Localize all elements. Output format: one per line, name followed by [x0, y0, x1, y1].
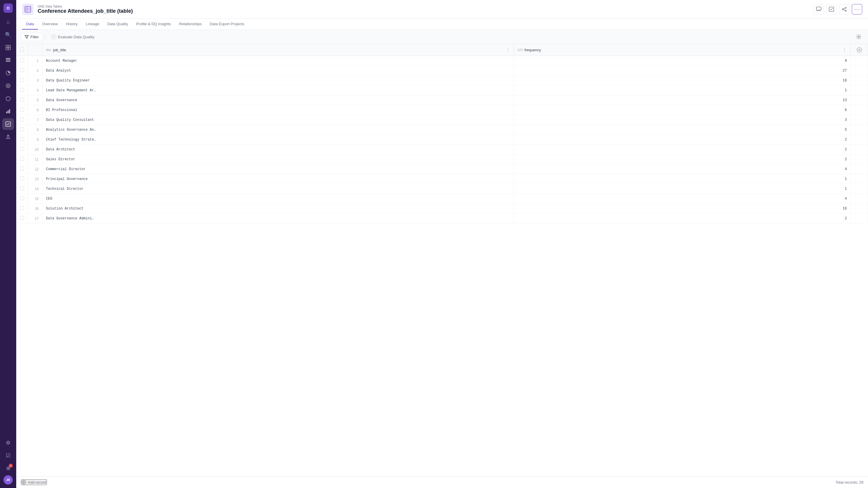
- row-checkbox[interactable]: [20, 98, 24, 102]
- row-number: 14: [28, 184, 42, 194]
- row-checkbox[interactable]: [20, 157, 24, 161]
- svg-rect-20: [816, 7, 821, 10]
- row-checkbox[interactable]: [20, 166, 24, 171]
- table-row[interactable]: 16 Solution Architect 16: [16, 204, 868, 214]
- sidebar-item-shield[interactable]: [2, 93, 14, 104]
- filter-button[interactable]: Filter: [21, 33, 42, 41]
- row-checkbox[interactable]: [20, 206, 24, 210]
- row-checkbox[interactable]: [20, 58, 24, 62]
- table-row[interactable]: 15 CEO 4: [16, 194, 868, 204]
- sidebar-item-integrations[interactable]: ⊕ 3: [2, 462, 14, 474]
- svg-rect-10: [6, 112, 7, 113]
- table-row[interactable]: 10 Data Architect 2: [16, 145, 868, 154]
- row-checkbox-cell[interactable]: [16, 154, 28, 164]
- row-checkbox[interactable]: [20, 127, 24, 131]
- select-all-checkbox[interactable]: [20, 48, 24, 52]
- job-title-cell: Data Governance: [42, 95, 514, 105]
- comment-button[interactable]: [813, 4, 824, 14]
- sidebar-item-catalog[interactable]: [2, 42, 14, 53]
- row-checkbox[interactable]: [20, 78, 24, 82]
- tab-history[interactable]: History: [62, 19, 82, 30]
- tab-relationships[interactable]: Relationships: [175, 19, 206, 30]
- row-checkbox-cell[interactable]: [16, 75, 28, 86]
- row-checkbox-cell[interactable]: [16, 66, 28, 75]
- sidebar-item-analytics[interactable]: [2, 67, 14, 79]
- sidebar-item-tasks[interactable]: ☑: [2, 450, 14, 461]
- table-row[interactable]: 13 Principal Governance 1: [16, 174, 868, 184]
- row-checkbox[interactable]: [20, 68, 24, 72]
- row-checkbox-cell[interactable]: [16, 174, 28, 184]
- sidebar-item-bar-chart[interactable]: [2, 105, 14, 117]
- job-title-cell: Commercial Director: [42, 164, 514, 174]
- sidebar-item-settings[interactable]: ⚙: [2, 437, 14, 449]
- app-logo[interactable]: O: [3, 3, 13, 13]
- tab-data-export[interactable]: Data Export Projects: [206, 19, 248, 30]
- row-checkbox-cell[interactable]: [16, 115, 28, 125]
- row-checkbox-cell[interactable]: [16, 194, 28, 204]
- table-row[interactable]: 7 Data Quality Consultant 3: [16, 115, 868, 125]
- sidebar-item-data-quality[interactable]: [2, 118, 14, 130]
- frequency-menu-icon[interactable]: ⋮: [842, 47, 847, 53]
- sidebar-item-search[interactable]: 🔍: [2, 29, 14, 40]
- tab-overview[interactable]: Overview: [38, 19, 62, 30]
- sidebar-item-tables[interactable]: [2, 55, 14, 66]
- sidebar-item-data-lab[interactable]: [2, 131, 14, 143]
- row-checkbox-cell[interactable]: [16, 164, 28, 174]
- sidebar-item-home[interactable]: ⌂: [2, 16, 14, 28]
- table-row[interactable]: 2 Data Analyst 27: [16, 66, 868, 75]
- tab-profile[interactable]: Profile & DQ insights: [132, 19, 175, 30]
- job-title-menu-icon[interactable]: ⋮: [505, 47, 510, 53]
- table-row[interactable]: 4 Lead Data Management Ar… 1: [16, 86, 868, 95]
- row-checkbox-cell[interactable]: [16, 135, 28, 145]
- row-checkbox-cell[interactable]: [16, 145, 28, 154]
- row-checkbox[interactable]: [20, 177, 24, 181]
- select-all-header[interactable]: [16, 44, 28, 56]
- row-checkbox-cell[interactable]: [16, 125, 28, 135]
- add-record-button[interactable]: Add record: [21, 479, 47, 485]
- svg-point-8: [6, 84, 10, 88]
- row-checkbox[interactable]: [20, 117, 24, 121]
- row-checkbox-cell[interactable]: [16, 214, 28, 223]
- row-checkbox-cell[interactable]: [16, 86, 28, 95]
- row-number: 17: [28, 214, 42, 223]
- tab-data-quality[interactable]: Data Quality: [103, 19, 132, 30]
- frequency-header[interactable]: 123 frequency ⋮: [514, 44, 850, 56]
- row-num-header: [28, 44, 42, 56]
- evaluate-dq-button[interactable]: Evaluate Data Quality: [48, 32, 98, 41]
- col-type-abc: Abc: [46, 48, 52, 52]
- row-checkbox-cell[interactable]: [16, 95, 28, 105]
- table-row[interactable]: 1 Account Manager 8: [16, 56, 868, 66]
- column-settings-button[interactable]: [854, 32, 863, 41]
- row-checkbox-cell[interactable]: [16, 184, 28, 194]
- task-button[interactable]: [826, 4, 837, 14]
- table-row[interactable]: 11 Sales Director 2: [16, 154, 868, 164]
- row-checkbox[interactable]: [20, 88, 24, 92]
- tab-lineage[interactable]: Lineage: [82, 19, 103, 30]
- add-column-header[interactable]: [850, 44, 868, 56]
- table-row[interactable]: 8 Analytics Governance An… 5: [16, 125, 868, 135]
- row-checkbox-cell[interactable]: [16, 56, 28, 66]
- row-checkbox[interactable]: [20, 186, 24, 190]
- tab-data[interactable]: Data: [22, 19, 38, 30]
- sidebar-item-trends[interactable]: [2, 80, 14, 92]
- row-checkbox[interactable]: [20, 137, 24, 141]
- add-column-button[interactable]: [854, 47, 864, 53]
- row-checkbox[interactable]: [20, 108, 24, 112]
- job-title-cell: Chief Technology Strate…: [42, 135, 514, 145]
- table-row[interactable]: 14 Technical Director 1: [16, 184, 868, 194]
- table-row[interactable]: 12 Commercial Director 4: [16, 164, 868, 174]
- share-button[interactable]: [839, 4, 849, 14]
- table-row[interactable]: 3 Data Quality Engineer 18: [16, 75, 868, 86]
- row-checkbox[interactable]: [20, 147, 24, 151]
- row-checkbox[interactable]: [20, 216, 24, 220]
- table-row[interactable]: 9 Chief Technology Strate… 2: [16, 135, 868, 145]
- table-row[interactable]: 6 BI Professional 6: [16, 105, 868, 115]
- avatar[interactable]: JR: [3, 475, 13, 485]
- table-row[interactable]: 5 Data Governance 13: [16, 95, 868, 105]
- table-row[interactable]: 17 Data Governance Admini… 2: [16, 214, 868, 223]
- row-checkbox-cell[interactable]: [16, 105, 28, 115]
- row-checkbox-cell[interactable]: [16, 204, 28, 214]
- row-checkbox[interactable]: [20, 196, 24, 200]
- more-options-button[interactable]: ⋯: [852, 4, 862, 14]
- job-title-header[interactable]: Abc job_title ⋮: [42, 44, 514, 56]
